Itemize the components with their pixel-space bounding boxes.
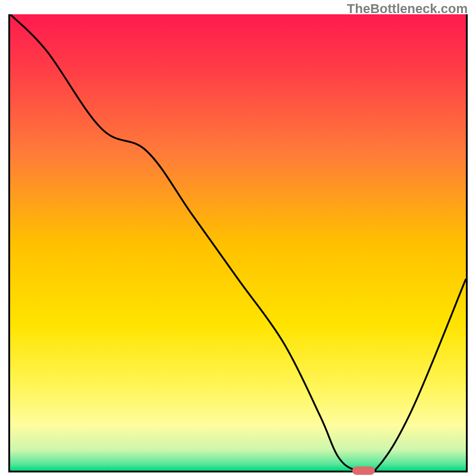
chart-plot — [10, 14, 466, 471]
chart-background — [10, 14, 466, 471]
optimal-marker — [352, 466, 375, 475]
